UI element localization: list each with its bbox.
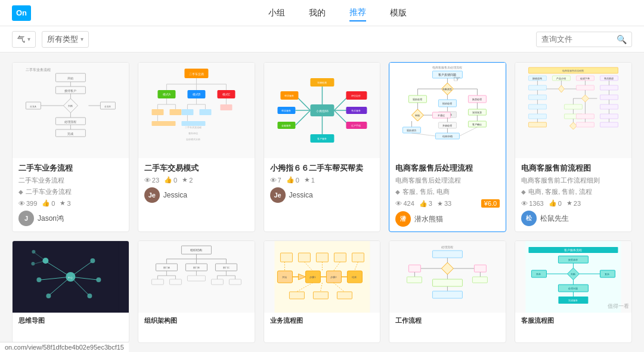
svg-rect-157 <box>529 104 547 109</box>
card-2-stats: 👁 23 👍 0 ★ 2 <box>144 176 249 184</box>
card-4-title: 电商客服售后处理流程 <box>395 163 500 174</box>
svg-text:过户手续: 过户手续 <box>351 124 361 127</box>
card-4-author: 潜 潜水熊猫 <box>395 211 500 227</box>
svg-text:促成下单: 促成下单 <box>581 77 590 80</box>
card-2-author: Je Jessica <box>144 187 249 203</box>
tag-icon-5: ◆ <box>521 189 526 195</box>
svg-text:售后服务: 售后服务 <box>351 109 361 112</box>
svg-text:电商客服售后处理流程: 电商客服售后处理流程 <box>433 66 463 69</box>
svg-text:二手车交易: 二手车交易 <box>189 72 204 76</box>
card-8[interactable]: 开始 步骤1 步骤2 结束 <box>264 240 381 343</box>
svg-text:二手车买卖流程: 二手车买卖流程 <box>185 126 202 129</box>
svg-text:退款处理: 退款处理 <box>413 98 423 101</box>
svg-text:接受请求: 接受请求 <box>569 258 578 261</box>
card-2-thumb: 二手车交易 模式A 模式B 模式C <box>138 63 255 158</box>
card-1-title: 二手车业务流程 <box>18 163 123 174</box>
filter-btn-type[interactable]: 所有类型 ▾ <box>42 31 89 48</box>
svg-rect-53 <box>181 121 205 126</box>
card-7[interactable]: 组织结构 部门A 部门B 部门C <box>138 240 255 343</box>
card-1-info: 二手车业务流程 二手车业务流程 ◆ 二手车业务流程 👁 399 👍 0 ★ 3 … <box>13 158 129 231</box>
author-avatar-3: Je <box>270 187 286 203</box>
svg-text:二手车业务流程: 二手车业务流程 <box>26 67 51 72</box>
card-3[interactable]: 小拇指66 帮买服务 帮卖服务 金融服务 评估定价 售后服务 过户手续 <box>264 62 381 232</box>
svg-rect-141 <box>529 85 547 90</box>
svg-rect-40 <box>151 109 163 115</box>
card-4-tag: 客服, 售后, 电商 <box>402 187 449 196</box>
svg-text:金融服务: 金融服务 <box>281 124 291 127</box>
likes-stat-5: 👍 0 <box>549 199 562 207</box>
svg-rect-245 <box>352 253 364 262</box>
svg-rect-269 <box>475 265 487 272</box>
nav-item-mine[interactable]: 我的 <box>309 5 326 21</box>
svg-text:帮卖服务: 帮卖服务 <box>281 109 291 112</box>
card-7-title: 组织架构图 <box>144 316 249 325</box>
card-5-subtitle: 电商客服售前工作流程细则 <box>521 176 626 185</box>
stars-stat-3: ★ 1 <box>304 176 315 184</box>
filter-type-label: 所有类型 <box>47 34 78 45</box>
svg-text:不通过: 不通过 <box>438 114 445 117</box>
svg-point-192 <box>96 277 101 282</box>
svg-rect-265 <box>433 291 463 298</box>
card-9[interactable]: 处理流程 工作流程 <box>389 240 506 343</box>
svg-rect-243 <box>316 253 328 262</box>
svg-rect-178 <box>577 122 595 127</box>
nav-item-template[interactable]: 模版 <box>390 5 407 21</box>
svg-text:分支A: 分支A <box>30 105 36 108</box>
svg-text:结束: 结束 <box>352 276 357 279</box>
svg-rect-166 <box>529 114 547 119</box>
svg-text:处理流程: 处理流程 <box>442 245 454 249</box>
card-4-stats: 👁 424 👍 3 ★ 33 ¥6.0 <box>395 199 500 208</box>
svg-rect-147 <box>600 85 618 90</box>
svg-rect-46 <box>181 109 193 115</box>
svg-text:整车评估: 整车评估 <box>188 132 198 135</box>
svg-text:部门C: 部门C <box>223 266 230 269</box>
card-6-thumb: 中心 <box>13 241 129 313</box>
svg-text:客户服务: 客户服务 <box>317 137 327 140</box>
svg-rect-47 <box>199 109 211 115</box>
svg-text:判断: 判断 <box>571 273 576 276</box>
card-9-thumb: 处理流程 <box>389 241 506 313</box>
svg-text:评估定价: 评估定价 <box>351 94 361 97</box>
card-1[interactable]: 二手车业务流程 开始 接待客户 判断 处理流程 完成 分支A <box>12 62 129 232</box>
chevron-down-icon-2: ▾ <box>80 36 83 42</box>
svg-text:部门A: 部门A <box>163 266 170 269</box>
svg-rect-145 <box>577 85 595 90</box>
svg-text:处理问题: 处理问题 <box>569 287 578 290</box>
views-stat-5: 👁 1363 <box>521 200 543 207</box>
svg-point-188 <box>46 294 51 298</box>
tag-icon: ◆ <box>18 189 23 195</box>
card-4-info: 电商客服售后处理流程 电商客服售后处理流程 ◆ 客服, 售后, 电商 👁 424… <box>389 158 506 231</box>
svg-text:安排发货: 安排发货 <box>473 111 482 114</box>
svg-text:复杂: 复杂 <box>605 273 610 276</box>
card-5[interactable]: 电商客服售前流程图 接收咨询 产品介绍 促成下单 售后跟进 <box>515 62 632 232</box>
toolbar: 气 ▾ 所有类型 ▾ 🔍 <box>0 26 644 53</box>
card-7-thumb: 组织结构 部门A 部门B 部门C <box>138 241 255 313</box>
chevron-down-icon: ▾ <box>27 36 30 42</box>
svg-text:定价模式分析: 定价模式分析 <box>186 138 200 141</box>
svg-rect-51 <box>151 121 175 126</box>
card-10[interactable]: 客户服务流程 接受请求 判断 处理问题 简单 复杂 完成服务 值得 <box>515 240 632 343</box>
card-1-tag: 二手车业务流程 <box>26 187 72 196</box>
price-badge: ¥6.0 <box>481 199 500 208</box>
logo[interactable]: On <box>12 5 31 21</box>
card-2-title: 二手车交易模式 <box>144 163 249 174</box>
card-2[interactable]: 二手车交易 模式A 模式B 模式C <box>138 62 255 232</box>
search-input[interactable] <box>541 35 613 44</box>
svg-text:换货处理: 换货处理 <box>473 98 482 101</box>
filter-btn-hot[interactable]: 气 ▾ <box>12 31 36 48</box>
card-4[interactable]: 电商客服售后处理流程 客户反馈问题 判断类型 退款处理 换货处理 投诉处理 <box>389 62 506 232</box>
nav-item-group[interactable]: 小组 <box>268 5 285 21</box>
card-grid: 二手车业务流程 开始 接待客户 判断 处理流程 完成 分支A <box>0 53 644 352</box>
author-name-2: Jessica <box>163 191 187 199</box>
views-stat: 👁 399 <box>18 200 37 207</box>
search-icon[interactable]: 🔍 <box>617 35 627 44</box>
author-name: Jason鸿 <box>38 214 64 224</box>
svg-text:模式B: 模式B <box>193 92 200 96</box>
nav-item-recommend[interactable]: 推荐 <box>349 5 366 21</box>
watermark: 值得一看 <box>608 302 629 310</box>
svg-text:组织结构: 组织结构 <box>190 248 202 252</box>
card-6[interactable]: 中心 思维导图 <box>12 240 129 343</box>
svg-text:步骤2: 步骤2 <box>330 276 337 279</box>
card-5-tags: ◆ 电商, 客服, 售前, 流程 <box>521 187 626 196</box>
svg-text:产品介绍: 产品介绍 <box>557 77 566 80</box>
